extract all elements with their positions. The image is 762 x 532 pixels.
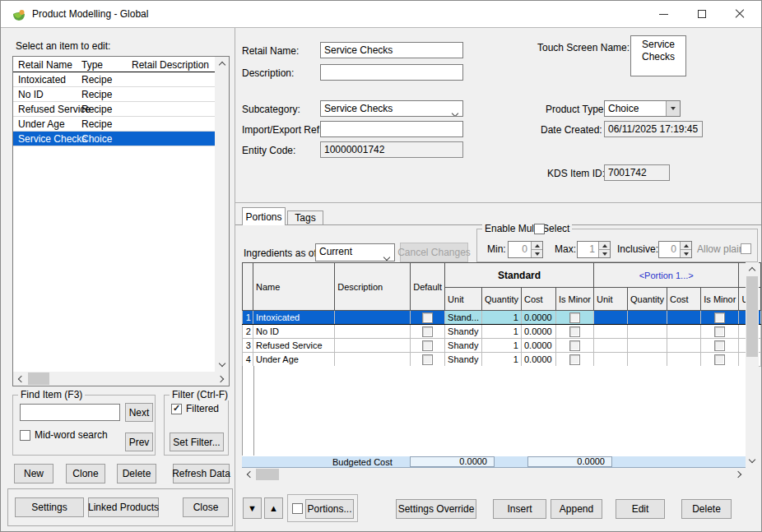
grid-header-unit[interactable]: Unit: [445, 288, 482, 311]
portions-checkbox[interactable]: [292, 503, 303, 514]
scroll-right-icon[interactable]: [215, 372, 229, 386]
enable-multi-select-checkbox[interactable]: [534, 224, 545, 234]
delete-button[interactable]: Delete: [681, 499, 732, 519]
is-minor-p1-checkbox[interactable]: [714, 326, 725, 337]
grid-vertical-scrollbar[interactable]: [746, 262, 759, 467]
edit-button[interactable]: Edit: [616, 499, 665, 519]
grid-horizontal-scrollbar[interactable]: [242, 468, 746, 481]
max-up-icon[interactable]: [599, 242, 610, 250]
min-up-icon[interactable]: [532, 242, 542, 250]
new-button[interactable]: New: [14, 464, 53, 483]
cost-p1-cell[interactable]: [667, 325, 701, 339]
scroll-left-icon[interactable]: [13, 372, 27, 386]
tab-portions[interactable]: Portions: [242, 207, 286, 225]
ingredients-as-of-dropdown[interactable]: Current: [315, 243, 395, 261]
grid-header-description[interactable]: Description: [335, 263, 411, 311]
is-minor-checkbox[interactable]: [569, 340, 580, 351]
grid-header-quantity[interactable]: Quantity: [482, 288, 522, 311]
grid-row-intoxicated[interactable]: 1 Intoxicated Stand... 1 0.0000: [243, 311, 761, 325]
cost-p1-cell[interactable]: [667, 311, 701, 325]
find-next-button[interactable]: Next: [125, 403, 153, 422]
unit-cell[interactable]: Stand...: [445, 311, 482, 325]
list-vertical-scrollbar[interactable]: [215, 57, 229, 372]
grid-row-no-id[interactable]: 2 No ID Shandy 1 0.0000: [243, 325, 761, 339]
dropdown-arrow-icon[interactable]: [666, 101, 680, 116]
description-cell[interactable]: [335, 311, 411, 325]
unit-cell[interactable]: Shandy: [445, 353, 482, 367]
tab-tags[interactable]: Tags: [287, 210, 323, 224]
is-minor-checkbox[interactable]: [569, 354, 580, 365]
quantity-cell[interactable]: 1: [482, 311, 522, 325]
inclusive-down-icon[interactable]: [681, 250, 691, 257]
maximize-button[interactable]: [683, 1, 720, 27]
list-item-intoxicated[interactable]: Intoxicated Recipe: [13, 72, 216, 87]
default-cell[interactable]: [411, 353, 445, 367]
is-minor-cell[interactable]: [555, 339, 593, 353]
is-minor-cell[interactable]: [555, 353, 593, 367]
min-spinner[interactable]: 0: [508, 241, 543, 258]
scroll-up-icon[interactable]: [746, 262, 759, 275]
grid-group-standard[interactable]: Standard: [445, 263, 594, 288]
scroll-down-icon[interactable]: [215, 358, 229, 372]
close-window-button[interactable]: [721, 1, 758, 27]
quantity-p1-cell[interactable]: [628, 311, 667, 325]
allow-plain-checkbox[interactable]: [741, 243, 751, 254]
is-minor-p1-checkbox[interactable]: [714, 354, 725, 365]
quantity-p1-cell[interactable]: [628, 339, 667, 353]
list-horizontal-scrollbar[interactable]: [13, 372, 229, 386]
ingredient-name-cell[interactable]: Intoxicated: [253, 311, 334, 325]
touch-screen-name-input[interactable]: Service Checks: [630, 35, 686, 76]
insert-button[interactable]: Insert: [493, 499, 546, 519]
cost-cell[interactable]: 0.0000: [521, 339, 555, 353]
list-item-service-checks-selected[interactable]: Service Checks Choice: [13, 132, 216, 146]
grid-header-unit-p1[interactable]: Unit: [594, 288, 628, 311]
grid-hscroll-thumb[interactable]: [256, 469, 279, 480]
column-retail-description[interactable]: Retail Description: [132, 59, 209, 71]
grid-group-portion-1[interactable]: <Portion 1...>: [594, 263, 739, 288]
description-cell[interactable]: [335, 339, 411, 353]
is-minor-p1-cell[interactable]: [701, 325, 739, 339]
list-hscroll-thumb[interactable]: [28, 372, 49, 385]
move-up-button[interactable]: ▲: [264, 497, 283, 519]
list-item-no-id[interactable]: No ID Recipe: [13, 87, 216, 102]
append-button[interactable]: Append: [551, 499, 602, 519]
cost-cell[interactable]: 0.0000: [521, 353, 555, 367]
unit-cell[interactable]: Shandy: [445, 325, 482, 339]
quantity-cell[interactable]: 1: [482, 353, 522, 367]
default-cell[interactable]: [411, 339, 445, 353]
max-down-icon[interactable]: [599, 250, 610, 257]
column-type[interactable]: Type: [81, 59, 103, 71]
inclusive-spinner[interactable]: 0: [658, 241, 692, 258]
default-checkbox[interactable]: [422, 340, 433, 351]
ingredient-name-cell[interactable]: No ID: [253, 325, 334, 339]
set-filter-button[interactable]: Set Filter...: [170, 433, 224, 451]
grid-header-quantity-p1[interactable]: Quantity: [628, 288, 667, 311]
grid-row-refused-service[interactable]: 3 Refused Service Shandy 1 0.0000: [243, 339, 761, 353]
cost-p1-cell[interactable]: [667, 353, 701, 367]
is-minor-p1-cell[interactable]: [701, 339, 739, 353]
default-checkbox[interactable]: [422, 312, 433, 323]
product-type-dropdown[interactable]: Choice: [604, 100, 681, 117]
unit-p1-cell[interactable]: [594, 339, 628, 353]
minimize-button[interactable]: [645, 1, 682, 27]
default-cell[interactable]: [411, 311, 445, 325]
quantity-cell[interactable]: 1: [482, 339, 522, 353]
settings-override-button[interactable]: Settings Override: [396, 499, 476, 519]
default-checkbox[interactable]: [422, 326, 433, 337]
grid-header-cost[interactable]: Cost: [521, 288, 555, 311]
description-cell[interactable]: [335, 325, 411, 339]
is-minor-p1-checkbox[interactable]: [714, 340, 725, 351]
quantity-cell[interactable]: 1: [482, 325, 522, 339]
refresh-data-button[interactable]: Refresh Data: [173, 464, 230, 483]
cost-cell[interactable]: 0.0000: [521, 325, 555, 339]
inclusive-up-icon[interactable]: [681, 242, 691, 250]
subcategory-dropdown[interactable]: Service Checks: [320, 100, 463, 117]
delete-item-button[interactable]: Delete: [117, 464, 156, 483]
default-cell[interactable]: [411, 325, 445, 339]
scroll-right-icon[interactable]: [732, 468, 746, 481]
grid-vscroll-thumb[interactable]: [746, 276, 758, 357]
import-export-ref-input[interactable]: [320, 121, 463, 137]
find-item-input[interactable]: [20, 404, 120, 421]
unit-p1-cell[interactable]: [594, 325, 628, 339]
clone-button[interactable]: Clone: [66, 464, 105, 483]
